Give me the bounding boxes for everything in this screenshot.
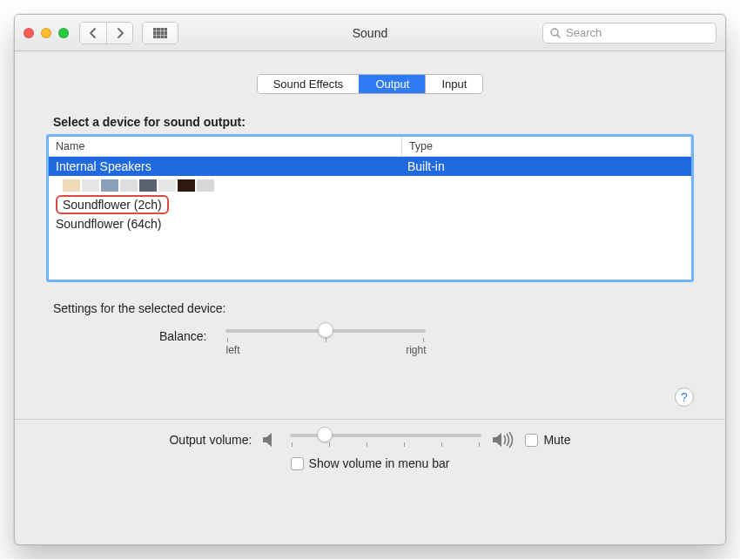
grid-icon — [153, 28, 167, 38]
show-volume-menubar-label: Show volume in menu bar — [309, 456, 450, 470]
checkbox-box — [525, 434, 538, 447]
titlebar: Sound Search — [15, 15, 725, 51]
speaker-min-icon — [262, 432, 279, 448]
svg-rect-4 — [153, 31, 156, 34]
svg-rect-11 — [165, 36, 168, 38]
device-row[interactable] — [49, 176, 691, 195]
settings-heading: Settings for the selected device: — [53, 301, 694, 315]
device-row[interactable]: Soundflower (64ch) — [49, 214, 691, 233]
svg-rect-5 — [158, 31, 160, 34]
svg-rect-6 — [161, 31, 164, 34]
footer: Output volume: — [46, 420, 694, 470]
svg-rect-0 — [153, 28, 156, 30]
balance-left-label: left — [225, 344, 239, 356]
show-volume-menubar-checkbox[interactable]: Show volume in menu bar — [291, 456, 450, 470]
svg-rect-2 — [161, 28, 164, 30]
svg-rect-9 — [158, 36, 160, 38]
balance-slider[interactable] — [225, 329, 426, 333]
device-list: Name Type Internal Speakers Built-in — [46, 134, 694, 282]
output-volume-thumb[interactable] — [317, 427, 333, 442]
device-row[interactable]: Soundflower (2ch) — [49, 195, 691, 214]
device-name: Internal Speakers — [49, 159, 402, 173]
search-icon — [550, 28, 561, 38]
back-button[interactable] — [80, 23, 106, 44]
device-list-header: Name Type — [49, 137, 691, 157]
show-all-button[interactable] — [142, 22, 178, 44]
svg-rect-8 — [153, 36, 156, 38]
column-header-type[interactable]: Type — [402, 137, 691, 156]
device-name: Soundflower (2ch) — [56, 195, 169, 214]
output-volume-slider[interactable] — [290, 434, 481, 437]
zoom-window-button[interactable] — [58, 28, 69, 38]
device-type: Built-in — [402, 159, 691, 173]
svg-rect-1 — [158, 28, 160, 30]
tab-sound-effects[interactable]: Sound Effects — [258, 75, 360, 93]
balance-slider-thumb[interactable] — [318, 322, 333, 338]
mute-label: Mute — [543, 433, 570, 447]
help-icon: ? — [681, 390, 688, 404]
nav-back-forward — [79, 22, 133, 44]
svg-rect-7 — [165, 31, 168, 34]
speaker-max-icon — [492, 432, 515, 448]
svg-line-13 — [557, 35, 560, 37]
balance-right-label: right — [406, 344, 426, 356]
close-window-button[interactable] — [24, 28, 34, 38]
tab-output[interactable]: Output — [359, 75, 425, 93]
svg-rect-3 — [165, 28, 168, 30]
help-button[interactable]: ? — [675, 388, 694, 407]
content-area: Sound Effects Output Input Select a devi… — [15, 51, 725, 544]
mute-checkbox[interactable]: Mute — [525, 433, 570, 447]
svg-rect-10 — [161, 36, 164, 38]
forward-button[interactable] — [106, 23, 132, 44]
device-name: Soundflower (64ch) — [49, 217, 402, 231]
checkbox-box — [291, 457, 304, 470]
balance-label: Balance: — [159, 329, 206, 343]
device-row[interactable]: Internal Speakers Built-in — [49, 157, 691, 176]
search-field[interactable]: Search — [542, 23, 716, 44]
search-placeholder: Search — [566, 26, 602, 39]
balance-control-row: Balance: left right — [46, 329, 694, 356]
window-controls — [24, 28, 69, 38]
minimize-window-button[interactable] — [41, 28, 51, 38]
sound-preferences-window: Sound Search Sound Effects Output Input … — [14, 14, 726, 545]
output-volume-label: Output volume: — [169, 433, 252, 447]
tab-input[interactable]: Input — [425, 75, 482, 93]
device-list-heading: Select a device for sound output: — [53, 115, 694, 129]
column-header-name[interactable]: Name — [49, 137, 402, 156]
tab-bar: Sound Effects Output Input — [46, 74, 694, 94]
obscured-region — [63, 179, 402, 192]
